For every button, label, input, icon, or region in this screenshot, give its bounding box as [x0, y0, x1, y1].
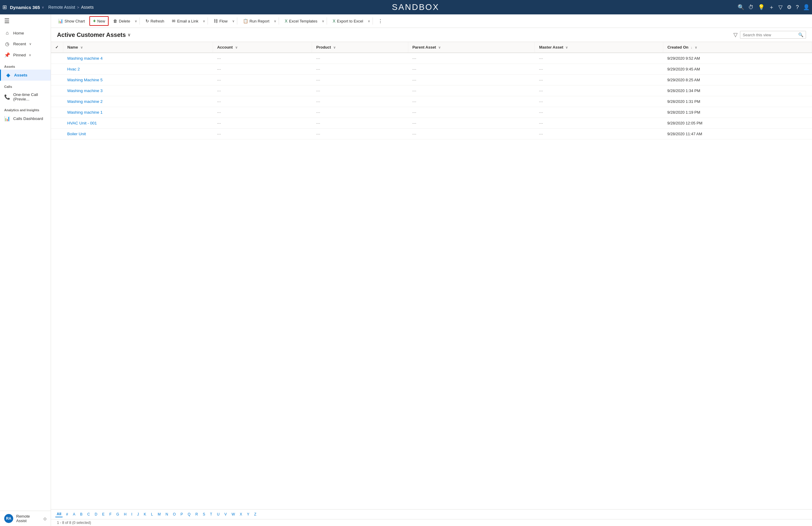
email-link-button[interactable]: ✉ Email a Link: [169, 17, 202, 25]
alpha-pager-item-e[interactable]: E: [101, 512, 106, 517]
help-icon[interactable]: ?: [796, 4, 799, 11]
view-filter-icon[interactable]: ▽: [734, 31, 738, 38]
alpha-pager-item-g[interactable]: G: [115, 512, 120, 517]
sidebar-footer[interactable]: RA Remote Assist ◇: [0, 511, 51, 526]
more-options-button[interactable]: ⋮: [375, 16, 386, 26]
row-name-link[interactable]: Washing Machine 5: [67, 78, 103, 82]
row-check[interactable]: [51, 53, 63, 64]
sidebar-item-one-time-call[interactable]: 📞 One-time Call (Previe...: [0, 90, 51, 104]
col-created-on[interactable]: Created On ↓ ∨: [663, 42, 812, 53]
row-check[interactable]: [51, 129, 63, 140]
filter-icon[interactable]: ▽: [779, 4, 783, 11]
row-check[interactable]: [51, 86, 63, 96]
alpha-pager-item-l[interactable]: L: [149, 512, 155, 517]
col-product[interactable]: Product ∨: [312, 42, 408, 53]
search-input[interactable]: [743, 33, 796, 37]
view-title-chevron-icon[interactable]: ∨: [128, 32, 130, 37]
sidebar-item-pinned[interactable]: 📌 Pinned ∨: [0, 49, 51, 61]
col-account[interactable]: Account ∨: [213, 42, 311, 53]
user-icon[interactable]: 👤: [803, 4, 810, 11]
alpha-pager-item-x[interactable]: X: [238, 512, 244, 517]
alpha-pager-item-v[interactable]: V: [223, 512, 228, 517]
col-check[interactable]: ✓: [51, 42, 63, 53]
excel-templates-button[interactable]: X Excel Templates: [281, 17, 321, 25]
clock-icon[interactable]: ⏱: [749, 4, 754, 11]
row-name[interactable]: Boiler Unit: [63, 129, 213, 140]
col-master-asset[interactable]: Master Asset ∨: [535, 42, 663, 53]
excel-templates-dropdown-icon[interactable]: ∨: [322, 19, 324, 23]
app-label[interactable]: Remote Assist: [48, 5, 75, 10]
row-check[interactable]: [51, 107, 63, 118]
sidebar-item-assets[interactable]: ◈ Assets: [0, 70, 51, 81]
sidebar-item-calls-dashboard[interactable]: 📊 Calls Dashboard: [0, 113, 51, 124]
alpha-pager-item-r[interactable]: R: [194, 512, 200, 517]
row-name-link[interactable]: Boiler Unit: [67, 132, 86, 136]
row-check[interactable]: [51, 96, 63, 107]
row-name[interactable]: Washing Machine 5: [63, 75, 213, 86]
refresh-button[interactable]: ↻ Refresh: [142, 17, 168, 25]
email-dropdown-icon[interactable]: ∨: [203, 19, 205, 23]
run-report-button[interactable]: 📋 Run Report: [240, 17, 273, 25]
alpha-pager-item-a[interactable]: A: [71, 512, 77, 517]
alpha-pager-item-d[interactable]: D: [93, 512, 99, 517]
delete-button[interactable]: 🗑 Delete: [110, 17, 133, 25]
row-name[interactable]: Washing machine 1: [63, 107, 213, 118]
settings-icon[interactable]: ⚙: [787, 4, 792, 11]
run-report-dropdown-icon[interactable]: ∨: [274, 19, 276, 23]
alpha-pager-item-#[interactable]: #: [64, 512, 70, 517]
alpha-pager-item-s[interactable]: S: [201, 512, 207, 517]
export-excel-button[interactable]: X Export to Excel: [329, 17, 366, 25]
alpha-pager-item-y[interactable]: Y: [245, 512, 251, 517]
alpha-pager-item-m[interactable]: M: [156, 512, 162, 517]
alpha-pager-item-o[interactable]: O: [172, 512, 177, 517]
row-name[interactable]: Washing machine 4: [63, 53, 213, 64]
alpha-pager-item-w[interactable]: W: [230, 512, 236, 517]
flow-button[interactable]: ⛓ Flow: [210, 17, 231, 25]
new-button[interactable]: + New: [89, 16, 108, 26]
lightbulb-icon[interactable]: 💡: [758, 4, 765, 11]
row-check[interactable]: [51, 64, 63, 75]
show-chart-button[interactable]: 📊 Show Chart: [55, 17, 88, 25]
col-parent-asset[interactable]: Parent Asset ∨: [408, 42, 535, 53]
alpha-pager-item-p[interactable]: P: [179, 512, 185, 517]
alpha-pager-item-u[interactable]: U: [215, 512, 221, 517]
export-dropdown-icon[interactable]: ∨: [368, 19, 370, 23]
sidebar-item-home[interactable]: ⌂ Home: [0, 28, 51, 39]
alpha-pager-item-c[interactable]: C: [86, 512, 91, 517]
alpha-pager-item-all[interactable]: All: [55, 511, 63, 517]
alpha-pager-item-f[interactable]: F: [108, 512, 113, 517]
view-title-text[interactable]: Active Customer Assets: [57, 31, 126, 39]
row-name-link[interactable]: Washing machine 4: [67, 56, 103, 61]
row-name[interactable]: Washing machine 2: [63, 96, 213, 107]
plus-icon[interactable]: ＋: [769, 4, 774, 11]
alpha-pager-item-n[interactable]: N: [164, 512, 170, 517]
grid-menu-icon[interactable]: ⊞: [2, 4, 7, 11]
row-name[interactable]: Washing machine 3: [63, 86, 213, 96]
sidebar-item-recent[interactable]: ◷ Recent ∨: [0, 39, 51, 49]
flow-dropdown-icon[interactable]: ∨: [232, 19, 235, 23]
alpha-pager-item-h[interactable]: H: [122, 512, 128, 517]
search-icon[interactable]: 🔍: [738, 4, 744, 11]
row-check[interactable]: [51, 118, 63, 129]
alpha-pager-item-k[interactable]: K: [142, 512, 148, 517]
col-name[interactable]: Name ∨: [63, 42, 213, 53]
delete-dropdown-icon[interactable]: ∨: [135, 19, 137, 23]
row-name[interactable]: HVAC Unit - 001: [63, 118, 213, 129]
check-all-icon[interactable]: ✓: [55, 45, 58, 49]
alpha-pager-item-j[interactable]: J: [135, 512, 140, 517]
row-check[interactable]: [51, 75, 63, 86]
row-name-link[interactable]: Hvac 2: [67, 67, 80, 71]
alpha-pager-item-q[interactable]: Q: [186, 512, 192, 517]
row-name-link[interactable]: Washing machine 2: [67, 99, 103, 104]
alpha-pager-item-i[interactable]: I: [130, 512, 134, 517]
alpha-pager-item-t[interactable]: T: [208, 512, 214, 517]
row-name-link[interactable]: Washing machine 3: [67, 88, 103, 93]
row-name-link[interactable]: HVAC Unit - 001: [67, 121, 97, 125]
brand-label[interactable]: Dynamics 365: [10, 5, 40, 10]
row-name-link[interactable]: Washing machine 1: [67, 110, 103, 115]
breadcrumb-page[interactable]: Assets: [81, 5, 93, 10]
row-name[interactable]: Hvac 2: [63, 64, 213, 75]
sidebar-hamburger[interactable]: ☰: [0, 14, 51, 28]
alpha-pager-item-z[interactable]: Z: [252, 512, 258, 517]
alpha-pager-item-b[interactable]: B: [78, 512, 84, 517]
